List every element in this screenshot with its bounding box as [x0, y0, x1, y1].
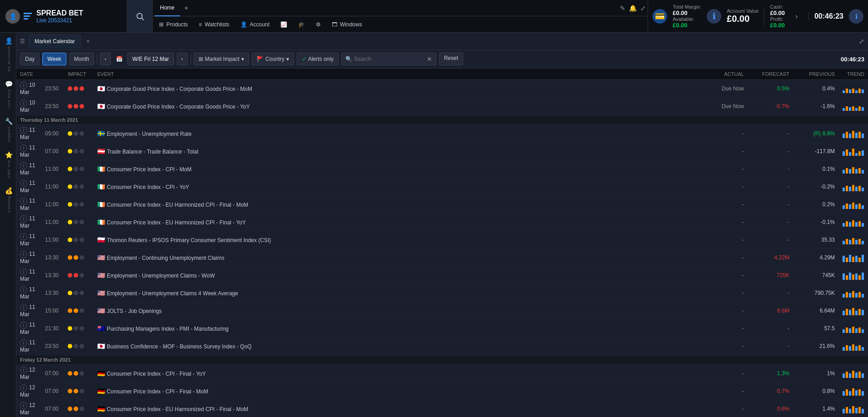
info-icon[interactable]: i	[20, 233, 27, 240]
info-button[interactable]: ℹ	[707, 9, 721, 24]
tab-add[interactable]: +	[180, 2, 193, 15]
nav-education[interactable]: 🎓	[294, 18, 309, 31]
search-button[interactable]	[127, 0, 153, 32]
brand-logo[interactable]: 👤 SPREAD BET Live 20533421	[0, 0, 127, 32]
forecast-cell: 1.3%	[748, 365, 793, 382]
avatar: 👤	[5, 9, 20, 24]
date-cell: i12 Mar	[16, 382, 41, 400]
calendar-icon[interactable]: 📅	[114, 53, 125, 65]
info-icon[interactable]: i	[20, 99, 27, 107]
info-button-2[interactable]: ℹ	[849, 9, 863, 24]
nav-windows[interactable]: 🗖 Windows	[327, 18, 367, 31]
expand-right-button[interactable]: ›	[790, 12, 803, 20]
info-icon[interactable]: i	[20, 251, 27, 258]
actual-cell: -	[702, 160, 748, 178]
trend-cell	[838, 178, 868, 196]
actual-cell: -	[702, 231, 748, 249]
forecast-cell: -	[748, 231, 793, 249]
tab-add-new[interactable]: +	[83, 36, 94, 47]
toolbar-clock: 00:46:23	[841, 56, 864, 63]
month-label: Month	[74, 56, 89, 62]
actual-cell: -	[702, 125, 748, 143]
trend-cell	[838, 160, 868, 178]
nav-watchlists[interactable]: ≡ Watchlists	[194, 18, 234, 31]
forecast-cell: -	[748, 160, 793, 178]
actual-cell: -	[702, 267, 748, 284]
month-button[interactable]: Month	[69, 53, 94, 65]
brand-name: SPREAD BET	[36, 9, 83, 17]
time-cell: 11:00	[41, 231, 64, 249]
nav-account[interactable]: 👤 Account	[236, 18, 274, 31]
table-row: i12 Mar07:00🇩🇪 Consumer Price Index - EU…	[16, 400, 868, 417]
info-icon[interactable]: i	[20, 384, 27, 392]
actual-cell: -	[702, 196, 748, 213]
sidebar-item-my-accounts[interactable]: 👤 My Accounts	[0, 33, 16, 76]
table-row: i12 Mar07:00🇩🇪 Consumer Price Index - CP…	[16, 382, 868, 400]
sidebar-item-funding[interactable]: 💰 Funding	[0, 183, 16, 217]
clear-search-button[interactable]: ✕	[427, 55, 432, 63]
info-icon[interactable]: i	[20, 339, 27, 347]
live-help-label: Live Help	[7, 89, 11, 108]
info-icon[interactable]: i	[20, 268, 27, 276]
table-row: i11 Mar15:00🇺🇸 JOLTS - Job Openings-6.6M…	[16, 302, 868, 320]
sidebar-item-cmc-pro[interactable]: ⭐ CMC Pro	[0, 147, 16, 183]
info-icon[interactable]: i	[20, 322, 27, 329]
time-cell: 13:30	[41, 267, 64, 284]
week-button[interactable]: Week	[42, 53, 66, 65]
info-icon[interactable]: i	[20, 198, 27, 205]
day-label: Day	[25, 56, 35, 62]
tab-home[interactable]: Home	[155, 0, 180, 16]
trend-chart	[842, 164, 864, 174]
products-label: Products	[166, 21, 188, 28]
info-icon[interactable]: i	[20, 82, 27, 89]
notification-icon[interactable]: 🔔	[629, 5, 637, 12]
sidebar-item-live-help[interactable]: 💬 Live Help	[0, 76, 16, 113]
impact-cell	[64, 178, 94, 196]
event-cell: 🇯🇵 Corporate Good Price Index - Corporat…	[94, 98, 702, 115]
nav-top: Home + ✎ 🔔 ⤢ ⊞ Products ≡ Watchlists 👤 A…	[153, 0, 648, 32]
trend-chart	[842, 324, 864, 333]
alerts-button[interactable]: ✓ Alerts only	[297, 53, 339, 65]
expand-icon-top[interactable]: ⤢	[640, 5, 646, 12]
info-icon[interactable]: i	[20, 402, 27, 409]
trend-cell	[838, 213, 868, 231]
flag-icon: 🇸🇪	[97, 130, 107, 137]
info-icon[interactable]: i	[20, 215, 27, 223]
time-cell: 15:00	[41, 302, 64, 320]
reset-button[interactable]: Reset	[439, 53, 463, 65]
deposit-button[interactable]: 💳	[653, 9, 667, 24]
search-box[interactable]: 🔍 ✕	[341, 53, 436, 65]
info-icon[interactable]: i	[20, 304, 27, 311]
day-button[interactable]: Day	[20, 53, 40, 65]
next-date-button[interactable]: ›	[177, 53, 188, 65]
nav-products[interactable]: ⊞ Products	[155, 18, 192, 31]
acc-divider	[764, 7, 764, 25]
dropdown-icon: ▾	[241, 56, 244, 62]
forecast-cell: 6.6M	[748, 302, 793, 320]
watchlists-icon: ≡	[199, 21, 202, 28]
actual-header: ACTUAL	[702, 69, 748, 80]
live-help-icon: 💬	[5, 80, 13, 88]
info-icon[interactable]: i	[20, 286, 27, 293]
market-calendar-table: DATE IMPACT EVENT ACTUAL FORECAST PREVIO…	[16, 69, 868, 417]
edit-icon[interactable]: ✎	[620, 5, 625, 12]
market-impact-button[interactable]: ⊞ Market Impact ▾	[194, 53, 249, 65]
hamburger-menu[interactable]: ☰	[20, 38, 25, 45]
search-input[interactable]	[354, 56, 427, 62]
info-icon[interactable]: i	[20, 162, 27, 169]
impact-cell	[64, 160, 94, 178]
tab-market-calendar[interactable]: Market Calendar	[29, 35, 81, 48]
country-button[interactable]: 🚩 Country ▾	[252, 53, 294, 65]
info-icon[interactable]: i	[20, 180, 27, 187]
impact-cell	[64, 213, 94, 231]
info-icon[interactable]: i	[20, 367, 27, 374]
info-icon[interactable]: i	[20, 144, 27, 152]
info-icon[interactable]: i	[20, 127, 27, 134]
previous-cell: 745K	[793, 267, 838, 284]
sidebar-item-support[interactable]: 🔧 Support	[0, 113, 16, 147]
prev-date-button[interactable]: ‹	[100, 53, 111, 65]
trend-cell	[838, 98, 868, 115]
nav-chart[interactable]: 📈	[276, 18, 292, 31]
nav-settings[interactable]: ⚙	[311, 18, 325, 31]
expand-content-button[interactable]: ⤢	[859, 38, 864, 45]
